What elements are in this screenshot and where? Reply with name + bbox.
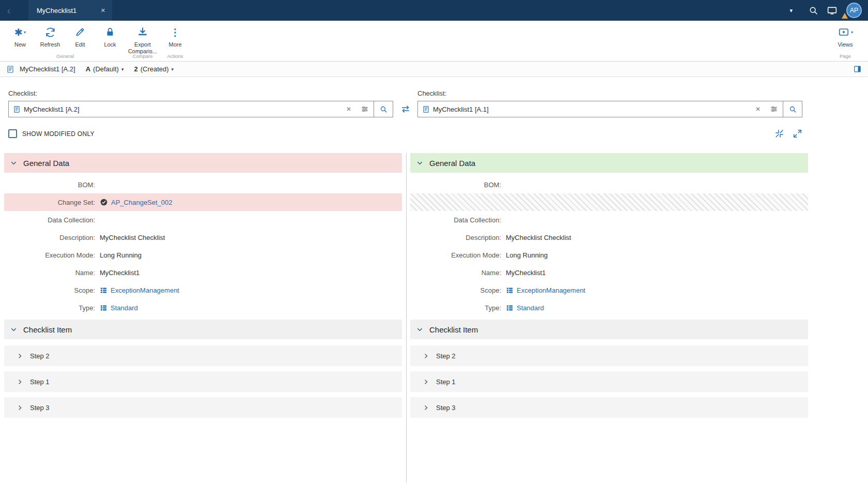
expand-all-icon[interactable] xyxy=(793,129,802,139)
comparison-panels: General Data BOM: Change Set: AP_ChangeS… xyxy=(0,153,868,482)
tab-close-icon[interactable]: ✕ xyxy=(101,7,105,14)
step-row[interactable]: Step 1 xyxy=(410,371,808,392)
right-filter-icon[interactable] xyxy=(765,105,783,113)
more-button[interactable]: ⋮ More xyxy=(160,25,190,48)
field-row-name: Name: MyChecklist1 xyxy=(4,264,402,281)
scope-link[interactable]: ExceptionManagement xyxy=(517,286,585,294)
panel-divider xyxy=(406,153,407,482)
field-row-bom: BOM: xyxy=(4,176,402,193)
right-checklist-picker: ✕ xyxy=(417,101,802,117)
export-download-icon xyxy=(137,25,148,39)
new-button-label: New xyxy=(14,41,26,48)
chevron-down-icon xyxy=(416,159,424,167)
right-clear-icon[interactable]: ✕ xyxy=(751,105,765,113)
avatar-initials: AP xyxy=(850,7,858,14)
scope-link[interactable]: ExceptionManagement xyxy=(111,286,179,294)
table-icon xyxy=(506,304,514,312)
tab-title: MyChecklist1 xyxy=(37,7,76,14)
section-title: Checklist Item xyxy=(429,325,478,334)
left-general-data-header[interactable]: General Data xyxy=(4,153,402,173)
collapse-all-icon[interactable] xyxy=(774,129,784,139)
field-row-description: Description: MyChecklist Checklist xyxy=(410,229,808,246)
left-filter-icon[interactable] xyxy=(356,105,374,113)
new-button[interactable]: ✱▾ New xyxy=(5,25,35,48)
chevron-right-icon xyxy=(17,353,23,359)
table-icon xyxy=(506,286,514,294)
field-label: Name: xyxy=(4,269,100,277)
field-label: Execution Mode: xyxy=(410,251,506,259)
field-row-changeset: Change Set: AP_ChangeSet_002 xyxy=(4,193,402,211)
ribbon-group-label-compare: Compare xyxy=(125,53,160,59)
revision-dropdown[interactable]: A (Default) ▾ xyxy=(86,65,124,73)
field-value: MyChecklist1 xyxy=(506,269,546,277)
field-label: BOM: xyxy=(410,181,506,189)
show-modified-row: SHOW MODIFIED ONLY xyxy=(8,129,802,139)
ribbon-toolbar: ✱▾ New Refresh Edit xyxy=(0,21,868,62)
type-link[interactable]: Standard xyxy=(111,304,138,312)
search-icon[interactable] xyxy=(804,1,823,20)
field-value: Long Running xyxy=(100,251,142,259)
breadcrumb: MyChecklist1 [A.2] A (Default) ▾ 2 (Crea… xyxy=(0,62,868,77)
field-value: MyChecklist1 xyxy=(100,269,140,277)
step-row[interactable]: Step 2 xyxy=(4,345,402,366)
tab-mychecklist1[interactable]: MyChecklist1 ✕ xyxy=(28,0,112,21)
right-general-data-header[interactable]: General Data xyxy=(410,153,808,173)
show-modified-checkbox[interactable] xyxy=(8,129,17,138)
field-label: Execution Mode: xyxy=(4,251,100,259)
right-checklist-input[interactable] xyxy=(433,101,751,117)
top-bar: ‹ MyChecklist1 ✕ ▾ AP xyxy=(0,0,868,21)
left-compare-panel: General Data BOM: Change Set: AP_ChangeS… xyxy=(4,153,402,418)
state-suffix: (Created) xyxy=(141,65,169,73)
ribbon-group-compare: Export Comparis... Compare xyxy=(125,21,160,61)
status-check-icon xyxy=(100,198,108,206)
topbar-dropdown-caret-icon[interactable]: ▾ xyxy=(789,7,793,14)
checklist-doc-icon xyxy=(422,105,430,113)
edit-pencil-icon xyxy=(74,25,86,39)
views-button[interactable]: ▾ Views xyxy=(828,25,863,48)
step-label: Step 2 xyxy=(30,352,50,360)
ribbon-group-page: ▾ Views Page xyxy=(828,21,863,61)
chevron-right-icon xyxy=(423,404,429,411)
field-row-datacollection: Data Collection: xyxy=(4,211,402,229)
step-row[interactable]: Step 2 xyxy=(410,345,808,366)
left-checklist-item-header[interactable]: Checklist Item xyxy=(4,320,402,339)
swap-arrows-icon xyxy=(399,103,412,115)
swap-sides-button[interactable] xyxy=(393,101,417,117)
field-row-bom: BOM: xyxy=(410,176,808,193)
step-row[interactable]: Step 1 xyxy=(4,371,402,392)
chevron-down-icon xyxy=(416,326,424,334)
refresh-button[interactable]: Refresh xyxy=(35,25,65,48)
field-row-scope: Scope: ExceptionManagement xyxy=(4,281,402,299)
monitor-icon[interactable] xyxy=(823,1,841,20)
chevron-right-icon xyxy=(423,379,429,385)
lock-button[interactable]: Lock xyxy=(95,25,125,48)
back-chevron-icon[interactable]: ‹ xyxy=(0,5,18,17)
state-value: 2 xyxy=(134,65,137,73)
edit-button[interactable]: Edit xyxy=(65,25,95,48)
left-search-button[interactable] xyxy=(374,101,393,117)
field-row-execution-mode: Execution Mode: Long Running xyxy=(4,246,402,264)
step-row[interactable]: Step 3 xyxy=(4,397,402,418)
avatar[interactable]: AP xyxy=(846,3,862,18)
field-label: Change Set: xyxy=(4,199,100,206)
state-dropdown[interactable]: 2 (Created) ▾ xyxy=(134,65,174,73)
left-clear-icon[interactable]: ✕ xyxy=(342,105,356,113)
right-search-button[interactable] xyxy=(783,101,802,117)
field-label: Type: xyxy=(4,304,100,312)
table-icon xyxy=(100,304,107,312)
left-checklist-input[interactable] xyxy=(24,101,342,117)
right-checklist-item-header[interactable]: Checklist Item xyxy=(410,320,808,339)
chevron-down-icon xyxy=(10,326,18,334)
open-panel-icon[interactable] xyxy=(853,65,862,73)
step-row[interactable]: Step 3 xyxy=(410,397,808,418)
changeset-link[interactable]: AP_ChangeSet_002 xyxy=(111,199,173,206)
export-comparison-button[interactable]: Export Comparis... xyxy=(125,25,160,55)
type-link[interactable]: Standard xyxy=(517,304,544,312)
left-checklist-picker: ✕ xyxy=(8,101,393,117)
checklist-doc-icon xyxy=(6,65,14,73)
views-button-label: Views xyxy=(838,41,853,48)
views-eye-icon: ▾ xyxy=(838,25,853,39)
checklist-doc-icon xyxy=(13,105,21,113)
field-row-datacollection: Data Collection: xyxy=(410,211,808,229)
field-label: Scope: xyxy=(4,286,100,294)
